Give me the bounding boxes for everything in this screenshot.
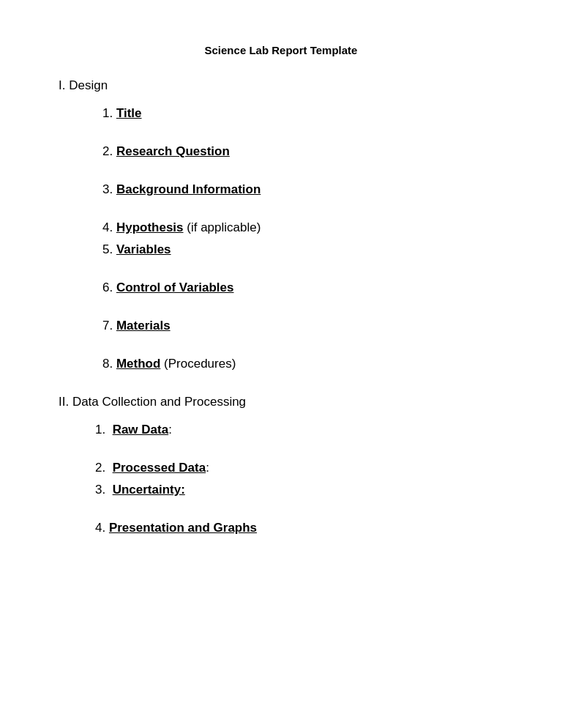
section-2-header: II. Data Collection and Processing	[59, 395, 503, 409]
item-2-label: 2. Research Question	[102, 144, 230, 158]
item-ii-3-number: 3.	[95, 483, 113, 497]
item-ii-1-text: Raw Data	[113, 423, 169, 437]
item-ii-2-number: 2.	[95, 461, 113, 475]
item-1: 1. Title	[102, 106, 503, 121]
item-7-number: 7.	[102, 319, 116, 333]
item-ii-1-number: 1.	[95, 423, 113, 437]
item-5-number: 5.	[102, 242, 116, 256]
item-5-text: Variables	[116, 242, 171, 256]
section-1-header: I. Design	[59, 78, 503, 93]
item-ii-2-text: Processed Data	[113, 461, 206, 475]
item-7-text: Materials	[116, 319, 171, 333]
item-ii-3-label: 3. Uncertainty:	[95, 483, 185, 497]
item-7-label: 7. Materials	[102, 319, 171, 333]
item-1-text: Title	[116, 106, 142, 120]
item-ii-2-suffix: :	[206, 461, 209, 475]
item-2-number: 2.	[102, 144, 116, 158]
item-8: 8. Method (Procedures)	[102, 357, 503, 371]
item-ii-3: 3. Uncertainty:	[95, 483, 503, 497]
item-5: 5. Variables	[102, 242, 503, 257]
item-8-number: 8.	[102, 357, 116, 371]
item-ii-4-label: 4. Presentation and Graphs	[95, 521, 257, 535]
item-3-label: 3. Background Information	[102, 182, 261, 196]
section-2-container: II. Data Collection and Processing 1. Ra…	[59, 395, 503, 535]
item-1-number: 1.	[102, 106, 116, 120]
item-6-number: 6.	[102, 281, 116, 294]
item-6-text: Control of Variables	[116, 281, 234, 294]
page-container: Science Lab Report Template I. Design 1.…	[0, 0, 562, 603]
item-4-text: Hypothesis	[116, 220, 184, 234]
item-ii-4-number: 4.	[95, 521, 109, 535]
item-ii-1-label: 1. Raw Data:	[95, 423, 172, 437]
item-6-label: 6. Control of Variables	[102, 281, 234, 294]
item-4-suffix: (if applicable)	[184, 220, 261, 234]
item-6: 6. Control of Variables	[102, 281, 503, 295]
item-4: 4. Hypothesis (if applicable)	[102, 220, 503, 235]
item-3-text: Background Information	[116, 182, 261, 196]
item-7: 7. Materials	[102, 319, 503, 333]
item-8-label: 8. Method (Procedures)	[102, 357, 236, 371]
item-ii-4-text: Presentation and Graphs	[109, 521, 257, 535]
item-5-label: 5. Variables	[102, 242, 171, 256]
item-ii-2-label: 2. Processed Data:	[95, 461, 209, 475]
item-8-text: Method	[116, 357, 160, 371]
item-ii-1-suffix: :	[168, 423, 172, 437]
item-3: 3. Background Information	[102, 182, 503, 197]
item-2: 2. Research Question	[102, 144, 503, 159]
item-ii-4: 4. Presentation and Graphs	[95, 521, 503, 535]
item-8-suffix: (Procedures)	[160, 357, 236, 371]
item-1-label: 1. Title	[102, 106, 142, 120]
page-title: Science Lab Report Template	[59, 44, 503, 56]
item-ii-3-text: Uncertainty:	[113, 483, 185, 497]
item-ii-2: 2. Processed Data:	[95, 461, 503, 475]
item-2-text: Research Question	[116, 144, 230, 158]
item-4-number: 4.	[102, 220, 116, 234]
item-ii-1: 1. Raw Data:	[95, 423, 503, 437]
item-3-number: 3.	[102, 182, 116, 196]
item-4-label: 4. Hypothesis (if applicable)	[102, 220, 261, 234]
